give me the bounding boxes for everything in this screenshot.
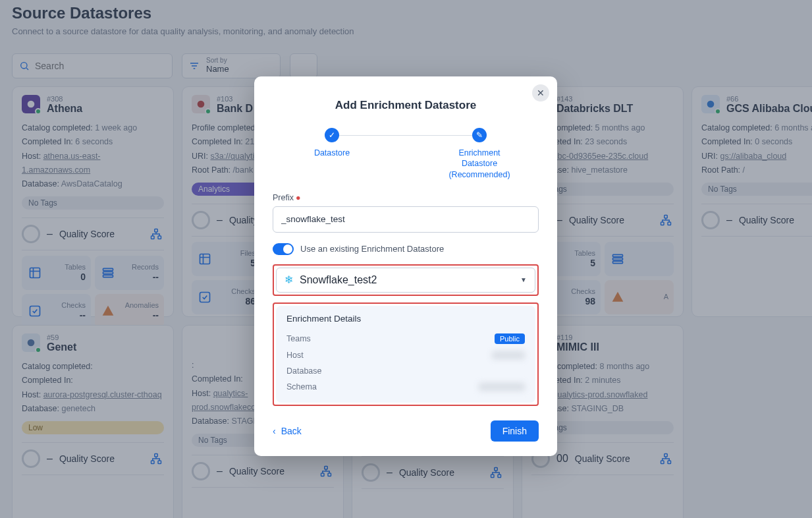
back-button[interactable]: ‹ Back (273, 426, 302, 436)
add-enrichment-modal: ✕ Add Enrichment Datastore ✓ Datastore ✎… (254, 76, 557, 456)
toggle-label: Use an existing Enrichment Datastore (300, 244, 444, 254)
chevron-left-icon: ‹ (273, 426, 276, 436)
step-enrichment[interactable]: ✎ Enrichment Datastore(Recommended) (440, 128, 519, 180)
use-existing-toggle[interactable] (273, 243, 294, 255)
step-datastore[interactable]: ✓ Datastore (292, 128, 371, 158)
prefix-input[interactable] (273, 206, 539, 233)
pencil-icon: ✎ (472, 128, 487, 142)
enrichment-details: Enrichment Details TeamsPublic Host Data… (276, 306, 535, 403)
chevron-down-icon: ▼ (520, 276, 527, 283)
public-badge: Public (495, 333, 525, 344)
enrichment-select[interactable]: ❄ Snowflake_test2 ▼ (276, 268, 535, 293)
prefix-label: Prefix ● (273, 193, 539, 202)
check-icon: ✓ (325, 128, 339, 142)
redacted-value (479, 383, 525, 391)
modal-title: Add Enrichment Datastore (273, 99, 539, 112)
finish-button[interactable]: Finish (491, 420, 539, 442)
close-icon[interactable]: ✕ (532, 84, 549, 101)
redacted-value (492, 351, 525, 359)
snowflake-icon: ❄ (284, 273, 293, 286)
